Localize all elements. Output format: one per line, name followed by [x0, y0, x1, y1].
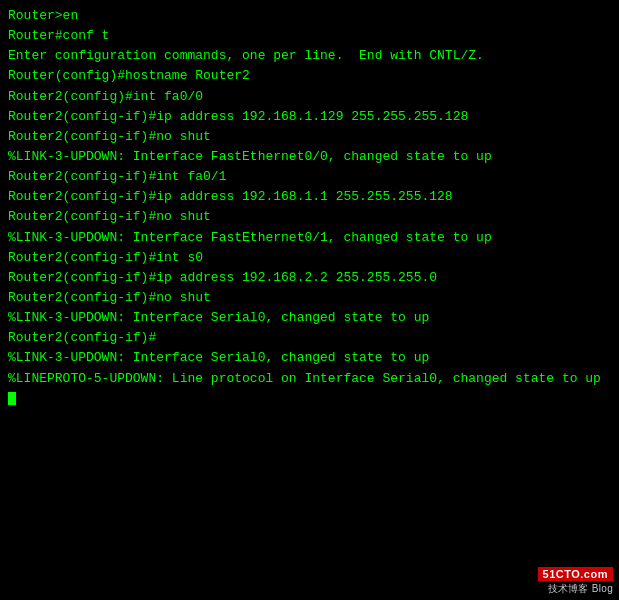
terminal-content: Router>enRouter#conf tEnter configuratio…	[8, 6, 611, 409]
terminal-line: Router(config)#hostname Router2	[8, 66, 611, 86]
terminal-line	[8, 389, 611, 409]
terminal-line: %LINK-3-UPDOWN: Interface FastEthernet0/…	[8, 147, 611, 167]
terminal-window: Router>enRouter#conf tEnter configuratio…	[0, 0, 619, 600]
terminal-line: Router2(config-if)#int fa0/1	[8, 167, 611, 187]
terminal-line: Router2(config-if)#no shut	[8, 127, 611, 147]
terminal-line: %LINK-3-UPDOWN: Interface Serial0, chang…	[8, 308, 611, 328]
terminal-line: Router2(config-if)#ip address 192.168.1.…	[8, 107, 611, 127]
terminal-line: Router2(config-if)#no shut	[8, 207, 611, 227]
terminal-line: %LINK-3-UPDOWN: Interface FastEthernet0/…	[8, 228, 611, 248]
terminal-line: %LINK-3-UPDOWN: Interface Serial0, chang…	[8, 348, 611, 368]
terminal-line: Router2(config-if)#	[8, 328, 611, 348]
terminal-line: Router2(config-if)#int s0	[8, 248, 611, 268]
terminal-line: %LINEPROTO-5-UPDOWN: Line protocol on In…	[8, 369, 611, 389]
terminal-line: Enter configuration commands, one per li…	[8, 46, 611, 66]
terminal-line: Router#conf t	[8, 26, 611, 46]
cursor	[8, 392, 16, 405]
terminal-line: Router2(config-if)#ip address 192.168.1.…	[8, 187, 611, 207]
terminal-line: Router2(config)#int fa0/0	[8, 87, 611, 107]
watermark-sub: 技术博客 Blog	[548, 582, 614, 596]
terminal-line: Router2(config-if)#ip address 192.168.2.…	[8, 268, 611, 288]
watermark-logo: 51CTO.com	[538, 567, 613, 581]
terminal-line: Router>en	[8, 6, 611, 26]
terminal-line: Router2(config-if)#no shut	[8, 288, 611, 308]
watermark: 51CTO.com 技术博客 Blog	[538, 567, 613, 596]
